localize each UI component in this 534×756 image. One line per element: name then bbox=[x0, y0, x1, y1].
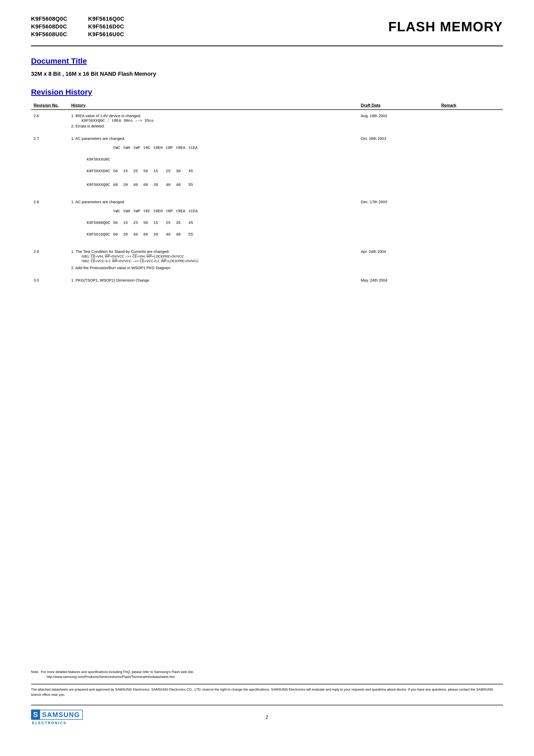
table-row: 2.9 1. The Test Condition for Stand-by C… bbox=[31, 246, 503, 274]
samsung-s-icon: S bbox=[31, 710, 40, 720]
rev-no-26: 2.6 bbox=[31, 110, 69, 133]
history-28: 1. AC parameters are changed. tWC tWH tW… bbox=[69, 196, 358, 246]
flash-memory-title: FLASH MEMORY bbox=[388, 19, 503, 34]
date-28: Dec. 17th 2003 bbox=[358, 196, 439, 246]
page-number: 2 bbox=[266, 715, 268, 720]
footer-note-text: Note : For more detailed features and sp… bbox=[31, 670, 503, 674]
history-30: 1. PKG(TSOP1, WSOP1) Dimension Change bbox=[69, 274, 358, 287]
th-history: History bbox=[69, 102, 358, 110]
rev-no-28: 2.8 bbox=[31, 196, 69, 246]
history-29: 1. The Test Condition for Stand-by Curre… bbox=[69, 246, 358, 274]
table-row: 2.7 1. AC parameters are changed. tWC tW… bbox=[31, 133, 503, 196]
table-row: 3.0 1. PKG(TSOP1, WSOP1) Dimension Chang… bbox=[31, 274, 503, 287]
revision-history-title: Revision History bbox=[31, 88, 503, 96]
model-col-1: K9F5608Q0C K9F5608D0C K9F5608U0C bbox=[31, 15, 67, 38]
model-k9f5608d0c: K9F5608D0C bbox=[31, 23, 67, 30]
table-row: 2.6 1. tREA value of 1.8V device is chan… bbox=[31, 110, 503, 133]
remark-28 bbox=[439, 196, 503, 246]
history-27: 1. AC parameters are changed. tWC tWH tW… bbox=[69, 133, 358, 196]
electronics-label: ELECTRONICS bbox=[32, 721, 67, 725]
rev-no-29: 2.9 bbox=[31, 246, 69, 274]
model-k9f5616d0c: K9F5616D0C bbox=[88, 23, 124, 30]
samsung-wordmark: SAMSUNG bbox=[40, 710, 83, 720]
history-26: 1. tREA value of 1.8V device is changed.… bbox=[69, 110, 358, 133]
page: K9F5608Q0C K9F5608D0C K9F5608U0C K9F5616… bbox=[0, 0, 534, 756]
samsung-logo: S SAMSUNG ELECTRONICS bbox=[31, 710, 83, 725]
date-30: May. 24th 2004 bbox=[358, 274, 439, 287]
rev-no-30: 3.0 bbox=[31, 274, 69, 287]
subtitle: 32M x 8 Bit , 16M x 16 Bit NAND Flash Me… bbox=[31, 70, 503, 77]
th-remark: Remark bbox=[439, 102, 503, 110]
header-models: K9F5608Q0C K9F5608D0C K9F5608U0C K9F5616… bbox=[31, 15, 124, 38]
content-main: Document Title 32M x 8 Bit , 16M x 16 Bi… bbox=[31, 57, 503, 670]
model-col-2: K9F5616Q0C K9F5616D0C K9F5616U0C bbox=[88, 15, 124, 38]
model-k9f5616q0c: K9F5616Q0C bbox=[88, 15, 124, 22]
timing-table-27: tWC tWH tWP tRC tREH tRP tREA tCEA bbox=[87, 142, 201, 191]
timing-table-28: tWC tWH tWP tRC tREH tRP tREA tCEA bbox=[87, 205, 201, 240]
document-title: Document Title bbox=[31, 57, 503, 66]
date-27: Oct. 28th 2003 bbox=[358, 133, 439, 196]
header: K9F5608Q0C K9F5608D0C K9F5608U0C K9F5616… bbox=[31, 15, 503, 46]
date-29: Apr. 24th 2004 bbox=[358, 246, 439, 274]
footer-url: http://www.samsung.com/Products/Semicond… bbox=[46, 675, 503, 679]
th-draft-date: Draft Date bbox=[358, 102, 439, 110]
remark-26 bbox=[439, 110, 503, 133]
bottom-bar: S SAMSUNG ELECTRONICS 2 bbox=[31, 705, 503, 725]
date-26: Aug. 18th 2003 bbox=[358, 110, 439, 133]
rev-no-27: 2.7 bbox=[31, 133, 69, 196]
th-revision-no: Revision No. bbox=[31, 102, 69, 110]
footer-disclaimer: The attached datasheets are prepared and… bbox=[31, 687, 503, 697]
samsung-logo-box: S SAMSUNG bbox=[31, 710, 83, 720]
footer-bar: The attached datasheets are prepared and… bbox=[31, 684, 503, 697]
model-k9f5608q0c: K9F5608Q0C bbox=[31, 15, 67, 22]
revision-table: Revision No. History Draft Date Remark bbox=[31, 102, 503, 287]
footer-note: Note : For more detailed features and sp… bbox=[31, 670, 503, 680]
remark-29 bbox=[439, 246, 503, 274]
table-row: 2.8 1. AC parameters are changed. tWC tW… bbox=[31, 196, 503, 246]
model-k9f5616u0c: K9F5616U0C bbox=[88, 31, 124, 38]
remark-27 bbox=[439, 133, 503, 196]
model-k9f5608u0c: K9F5608U0C bbox=[31, 31, 67, 38]
remark-30 bbox=[439, 274, 503, 287]
